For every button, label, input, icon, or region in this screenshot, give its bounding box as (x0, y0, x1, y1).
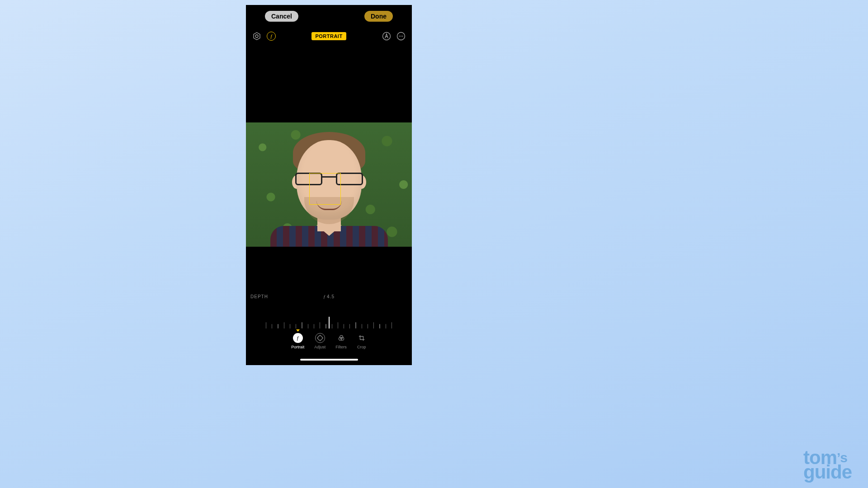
focus-indicator[interactable] (309, 173, 341, 205)
adjust-tab-icon (315, 333, 325, 343)
tab-label: Filters (335, 345, 347, 349)
cancel-button[interactable]: Cancel (265, 11, 298, 22)
photo-preview[interactable] (246, 122, 412, 247)
tab-adjust[interactable]: Adjust (314, 333, 326, 349)
tab-label: Portrait (291, 345, 304, 349)
depth-value: ƒ4.5 (246, 294, 412, 299)
depth-readout: DEPTH ƒ4.5 (246, 294, 412, 299)
aperture-f-icon[interactable]: f (267, 32, 276, 41)
home-indicator[interactable] (300, 359, 358, 361)
edit-mode-tabs: ƒ Portrait Adjust Filters (246, 333, 412, 349)
tab-label: Crop (357, 345, 366, 349)
portrait-tab-icon: ƒ (293, 333, 303, 343)
slider-center-indicator (329, 317, 330, 328)
phone-frame: Cancel Done f PORTRAIT (246, 5, 412, 365)
mode-badge[interactable]: PORTRAIT (311, 32, 346, 40)
svg-point-7 (318, 336, 322, 340)
done-button[interactable]: Done (364, 11, 393, 22)
svg-point-1 (255, 35, 258, 38)
editor-toolbar: f PORTRAIT (246, 30, 412, 42)
svg-marker-0 (254, 33, 260, 40)
svg-point-4 (399, 36, 400, 37)
tab-crop[interactable]: Crop (357, 333, 367, 349)
svg-point-6 (402, 36, 403, 37)
markup-icon[interactable] (382, 32, 391, 41)
tab-label: Adjust (314, 345, 326, 349)
page-background: Cancel Done f PORTRAIT (0, 0, 868, 488)
active-tab-caret-icon (296, 329, 300, 332)
crop-tab-icon (357, 333, 367, 343)
watermark-logo: tom’s guide (803, 450, 852, 480)
svg-point-5 (401, 36, 401, 37)
depth-slider[interactable] (246, 311, 412, 328)
portrait-lighting-icon[interactable] (252, 32, 261, 41)
tab-portrait[interactable]: ƒ Portrait (291, 333, 304, 349)
filters-tab-icon (336, 333, 346, 343)
top-action-row: Cancel Done (246, 11, 412, 22)
more-icon[interactable] (396, 32, 406, 41)
tab-filters[interactable]: Filters (335, 333, 347, 349)
